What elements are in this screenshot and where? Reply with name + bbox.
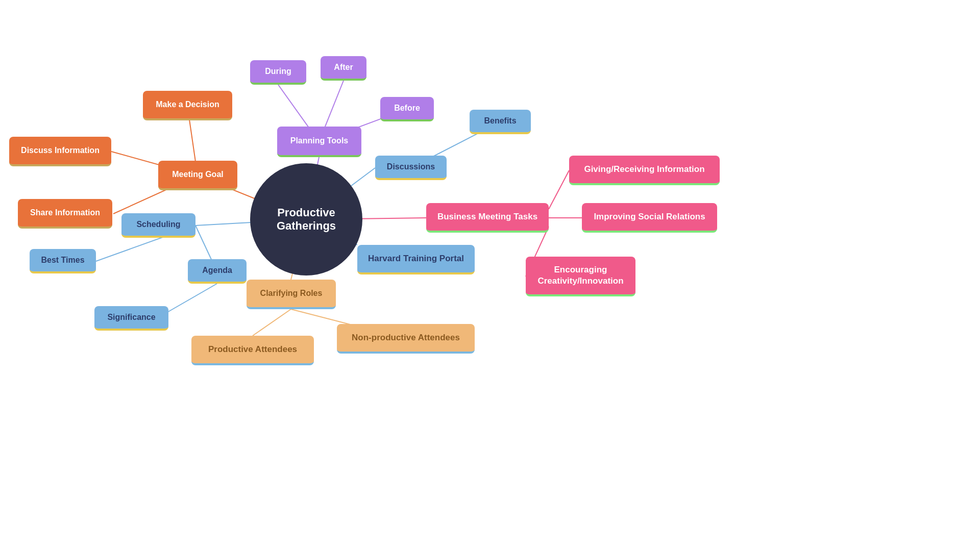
meeting-goal-node[interactable]: Meeting Goal [158,161,237,190]
planning-tools-node[interactable]: Planning Tools [277,127,361,157]
svg-line-16 [253,309,291,336]
discuss-info-node[interactable]: Discuss Information [9,137,111,166]
significance-node[interactable]: Significance [94,306,168,331]
before-node[interactable]: Before [380,97,434,121]
after-node[interactable]: After [321,56,366,81]
giving-info-node[interactable]: Giving/Receiving Information [569,156,720,185]
productive-attendees-node[interactable]: Productive Attendees [191,336,314,365]
best-times-node[interactable]: Best Times [30,249,96,273]
non-productive-node[interactable]: Non-productive Attendees [337,324,475,354]
share-info-node[interactable]: Share Information [18,199,112,229]
improving-social-node[interactable]: Improving Social Relations [582,203,717,233]
scheduling-node[interactable]: Scheduling [121,213,195,238]
during-node[interactable]: During [250,60,306,85]
harvard-portal-node[interactable]: Harvard Training Portal [357,245,475,274]
clarifying-roles-node[interactable]: Clarifying Roles [247,280,336,309]
make-decision-node[interactable]: Make a Decision [143,91,232,120]
discussions-node[interactable]: Discussions [375,156,447,180]
business-meeting-node[interactable]: Business Meeting Tasks [426,203,549,233]
benefits-node[interactable]: Benefits [470,110,531,134]
encouraging-node[interactable]: EncouragingCreativity/Innovation [526,257,635,296]
agenda-node[interactable]: Agenda [188,259,247,284]
center-node[interactable]: Productive Gatherings [250,163,362,276]
svg-line-19 [549,170,569,209]
